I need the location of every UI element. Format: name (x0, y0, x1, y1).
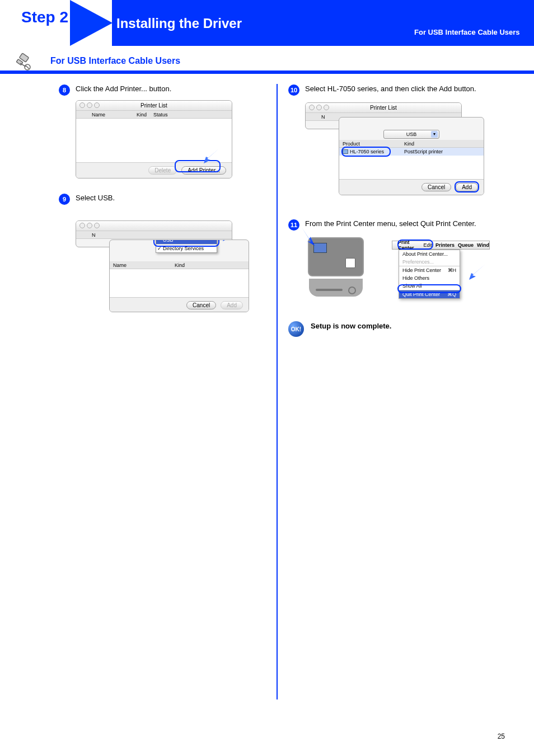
chevron-icon: ▾ (431, 131, 438, 138)
menu-print-center[interactable]: Print Center (398, 240, 420, 251)
step-label: Step 2 (21, 10, 68, 25)
menu-prefs: Preferences... (399, 258, 460, 266)
table-header-3: Product Kind (339, 140, 484, 148)
page-number: 25 (498, 732, 505, 740)
menu-printers[interactable]: Printers (435, 242, 455, 248)
row-kind: PostScript printer (401, 149, 443, 154)
connection-select[interactable]: USB ▾ (383, 130, 439, 139)
step-9-number: 9 (59, 194, 70, 205)
menubar: Print Center Edit Printers Queue Wind (392, 241, 490, 250)
step-8-text: Click the Add Printer... button. (76, 84, 171, 94)
col-product: Product (339, 141, 401, 147)
column-divider (277, 84, 278, 699)
col-status: Status (150, 112, 171, 118)
menu-about[interactable]: About Print Center... (399, 250, 460, 258)
step-10-number: 10 (288, 84, 299, 96)
add-printer-button[interactable]: Add Printer... (181, 166, 226, 175)
svg-marker-9 (469, 264, 485, 280)
svg-line-3 (26, 65, 29, 69)
menu-hide-others[interactable]: Hide Others (399, 274, 460, 282)
col-kind: Kind (401, 141, 446, 147)
step-10-text: Select HL-7050 series, and then click th… (305, 84, 476, 94)
col-kind: Kind (171, 262, 216, 268)
step-9: 9 Select USB. N AppleTalk USB Directory … (59, 193, 260, 247)
connection-dropdown[interactable]: AppleTalk USB Directory Services (156, 240, 217, 253)
step-8: 8 Click the Add Printer... button. Print… (59, 84, 260, 179)
step-9-text: Select USB. (76, 193, 115, 203)
section-stripe (0, 71, 534, 74)
select-label: USB (406, 132, 417, 137)
row-name: HL-7050 series (350, 149, 384, 154)
step-11-number: 11 (288, 219, 299, 231)
cancel-button[interactable]: Cancel (421, 183, 451, 191)
add-sheet-window: AppleTalk USB Directory Services Name Ki… (109, 240, 249, 312)
menu-edit[interactable]: Edit (424, 242, 433, 248)
arrow-indicator (466, 263, 488, 280)
usb-cable-icon (12, 53, 32, 73)
step-11-text: From the Print Center menu, select Quit … (305, 219, 476, 229)
window-thumb-2 (345, 258, 355, 268)
col-name: Name (110, 262, 171, 268)
menu-show-all[interactable]: Show All (399, 282, 460, 290)
add-button[interactable]: Add (221, 301, 243, 309)
step-10: 10 Select HL-7050 series, and then click… (288, 84, 490, 129)
header-subtitle: For USB Interface Cable Users (414, 28, 520, 36)
step-11: 11 From the Print Center menu, select Qu… (288, 219, 490, 304)
printer-list-window-1: Printer List Name Kind Status Delete Add… (76, 100, 232, 179)
menu-queue[interactable]: Queue (458, 242, 474, 248)
add-sheet-window-2: USB ▾ Product Kind HL-7050 series PostSc… (339, 117, 484, 195)
header-chevron (70, 0, 113, 46)
add-button[interactable]: Add (456, 183, 478, 191)
svg-marker-7 (484, 172, 484, 188)
print-center-menu: About Print Center... Preferences... Hid… (399, 250, 460, 299)
window-thumb (313, 243, 327, 253)
setup-complete: OK! Setup is now complete. (288, 321, 490, 337)
printer-row[interactable]: HL-7050 series PostScript printer (339, 148, 484, 156)
ok-text: Setup is now complete. (311, 321, 391, 331)
printer-icon (343, 149, 348, 154)
menu-screenshot: Print Center Edit Printers Queue Wind Ab… (392, 241, 490, 299)
dd-usb[interactable]: USB (156, 240, 217, 244)
menu-hide-pc[interactable]: Hide Print Center⌘H (399, 266, 460, 274)
delete-button[interactable]: Delete (148, 166, 177, 175)
col-name: Name (88, 112, 133, 118)
table-header-2: Name Kind (110, 261, 249, 269)
menu-window[interactable]: Wind (477, 242, 489, 248)
table-header: Name Kind Status (76, 111, 232, 119)
imac-illustration (305, 237, 367, 302)
dd-directory-services[interactable]: Directory Services (156, 245, 217, 252)
step-8-number: 8 (59, 84, 70, 96)
section-title: For USB Interface Cable Users (50, 56, 180, 66)
col-kind: Kind (133, 112, 150, 118)
menu-quit[interactable]: Quit Print Center⌘Q (399, 290, 460, 298)
ok-icon: OK! (288, 321, 304, 337)
header-title: Installing the Driver (116, 16, 242, 31)
cancel-button[interactable]: Cancel (186, 301, 216, 309)
